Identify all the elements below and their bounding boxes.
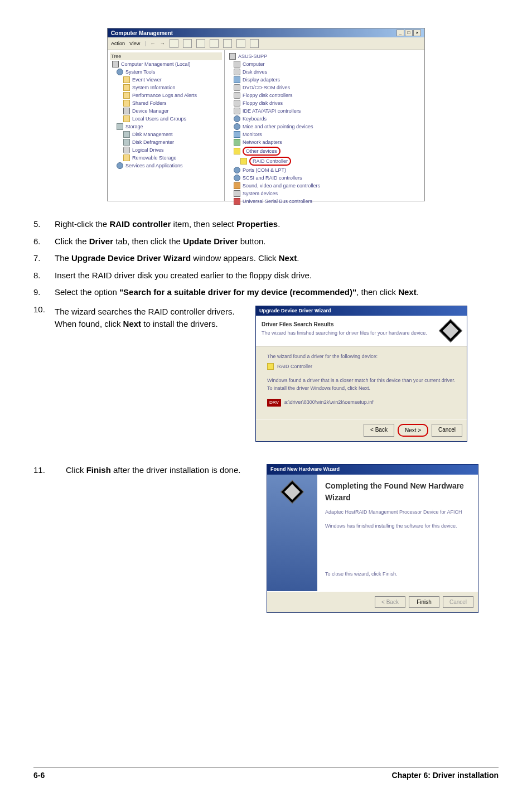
minimize-icon[interactable]: _: [396, 30, 404, 36]
tree-label: System Tools: [125, 69, 155, 75]
cancel-button[interactable]: Cancel: [432, 424, 462, 437]
step-text: Select the option "Search for a suitable…: [55, 286, 499, 299]
step-text: Right-click the RAID controller item, th…: [55, 218, 499, 231]
device-item[interactable]: Floppy disk drives: [227, 99, 422, 107]
device-item[interactable]: Universal Serial Bus controllers: [227, 197, 422, 205]
tree-item[interactable]: Services and Applications: [110, 162, 222, 170]
device-item[interactable]: Floppy disk controllers: [227, 91, 422, 99]
toolbar-icon[interactable]: [223, 39, 232, 48]
device-item[interactable]: SCSI and RAID controllers: [227, 174, 422, 182]
device-icon: [234, 84, 240, 91]
tree-item[interactable]: System Tools: [110, 68, 222, 76]
finish-button[interactable]: Finish: [409, 596, 439, 608]
completing-title: Completing the Found New Hardware Wizard: [325, 480, 470, 504]
device-label: Ports (COM & LPT): [243, 167, 286, 173]
maximize-icon[interactable]: □: [405, 30, 413, 36]
tree-item[interactable]: System Information: [110, 84, 222, 91]
wizard-icon: [439, 319, 462, 342]
next-button[interactable]: Next >: [398, 424, 428, 437]
device-item[interactable]: Computer: [227, 60, 422, 68]
driver-path: a:\driver\8300\win2k\win2k\oemsetup.inf: [284, 399, 374, 407]
device-label: SCSI and RAID controllers: [243, 175, 302, 181]
device-item[interactable]: IDE ATA/ATAPI controllers: [227, 107, 422, 115]
tree-item[interactable]: Computer Management (Local): [110, 60, 222, 68]
device-item[interactable]: Ports (COM & LPT): [227, 166, 422, 174]
toolbar-icon[interactable]: [196, 39, 205, 48]
toolbar-back-icon[interactable]: ←: [151, 41, 156, 46]
device-item[interactable]: Network adapters: [227, 138, 422, 146]
found-hardware-wizard: Found New Hardware Wizard Completing the…: [267, 464, 478, 613]
device-icon: [234, 198, 240, 205]
tree-label: Local Users and Groups: [132, 116, 186, 122]
device-item[interactable]: DVD/CD-ROM drives: [227, 84, 422, 91]
step-number: 8.: [33, 269, 55, 282]
tree-icon: [117, 162, 123, 169]
device-label: System devices: [243, 191, 278, 196]
device-icon: [234, 131, 240, 138]
tree-item[interactable]: Disk Management: [110, 131, 222, 138]
tree-item[interactable]: Shared Folders: [110, 99, 222, 107]
toolbar-icon[interactable]: [170, 39, 178, 48]
back-button[interactable]: < Back: [364, 424, 394, 437]
title-bar: Computer Management _ □ ×: [108, 28, 424, 37]
wizard-title: Upgrade Device Driver Wizard: [256, 306, 467, 316]
upgrade-driver-wizard: Upgrade Device Driver Wizard Driver File…: [255, 306, 467, 442]
tree-item[interactable]: Local Users and Groups: [110, 115, 222, 123]
status-text: Windows has finished installing the soft…: [325, 523, 470, 530]
tree-label: Performance Logs and Alerts: [132, 93, 197, 98]
device-root-label: ASUS-SUPP: [238, 54, 267, 59]
toolbar-icon[interactable]: [210, 39, 219, 48]
device-icon: [234, 115, 240, 122]
toolbar-forward-icon[interactable]: →: [160, 41, 165, 46]
device-item[interactable]: Mice and other pointing devices: [227, 123, 422, 131]
tree-label: Computer Management (Local): [121, 61, 191, 67]
device-item[interactable]: Display adapters: [227, 76, 422, 84]
device-label: Floppy disk drives: [243, 100, 283, 106]
tree-icon: [123, 76, 130, 83]
tree-label: Disk Defragmenter: [132, 139, 174, 145]
menu-action[interactable]: Action: [111, 41, 125, 46]
wizard-title: Found New Hardware Wizard: [267, 465, 478, 475]
close-icon[interactable]: ×: [413, 30, 421, 36]
device-label: Monitors: [243, 132, 262, 137]
page-number: 6-6: [33, 771, 45, 780]
tree-item[interactable]: Logical Drives: [110, 146, 222, 154]
menu-view[interactable]: View: [129, 41, 140, 46]
toolbar-icon[interactable]: [250, 39, 259, 48]
device-item[interactable]: Disk drives: [227, 68, 422, 76]
tree-label: Disk Management: [132, 132, 173, 137]
wizard-found-text: The wizard found a driver for the follow…: [267, 353, 456, 361]
toolbar-icon[interactable]: [236, 39, 245, 48]
tree-item[interactable]: Removable Storage: [110, 154, 222, 162]
tree-item[interactable]: Disk Defragmenter: [110, 138, 222, 146]
step-text: Click Finish after the driver installati…: [66, 464, 255, 613]
tree-item[interactable]: Performance Logs and Alerts: [110, 91, 222, 99]
back-button: < Back: [375, 596, 405, 608]
device-item[interactable]: Other devices: [227, 146, 422, 156]
tree-label: Shared Folders: [132, 100, 167, 106]
step-text: The Upgrade Device Driver Wizard window …: [55, 252, 499, 265]
tree-item[interactable]: Event Viewer: [110, 76, 222, 84]
device-icon: [267, 363, 274, 370]
tree-pane: Tree Computer Management (Local)System T…: [108, 50, 225, 201]
device-item[interactable]: Sound, video and game controllers: [227, 182, 422, 190]
tree-label: Removable Storage: [132, 155, 177, 161]
device-item[interactable]: Monitors: [227, 131, 422, 138]
banner-subtitle: The wizard has finished searching for dr…: [262, 330, 427, 337]
tree-label: Device Manager: [132, 108, 169, 114]
device-root[interactable]: ASUS-SUPP: [227, 52, 422, 60]
device-item[interactable]: RAID Controller: [227, 156, 422, 166]
device-item[interactable]: System devices: [227, 190, 422, 197]
tree-icon: [123, 147, 130, 153]
device-label: Universal Serial Bus controllers: [243, 199, 312, 204]
toolbar-icon[interactable]: [183, 39, 192, 48]
page-footer: 6-6 Chapter 6: Driver installation: [33, 767, 499, 780]
computer-management-window: Computer Management _ □ × Action View | …: [107, 28, 425, 201]
tree-item[interactable]: Device Manager: [110, 107, 222, 115]
device-label: DVD/CD-ROM drives: [243, 85, 290, 90]
device-item[interactable]: Keyboards: [227, 115, 422, 123]
tree-label: System Information: [132, 85, 176, 90]
device-icon: [240, 158, 247, 165]
wizard-desc: Windows found a driver that is a closer …: [267, 377, 456, 392]
tree-item[interactable]: Storage: [110, 123, 222, 131]
